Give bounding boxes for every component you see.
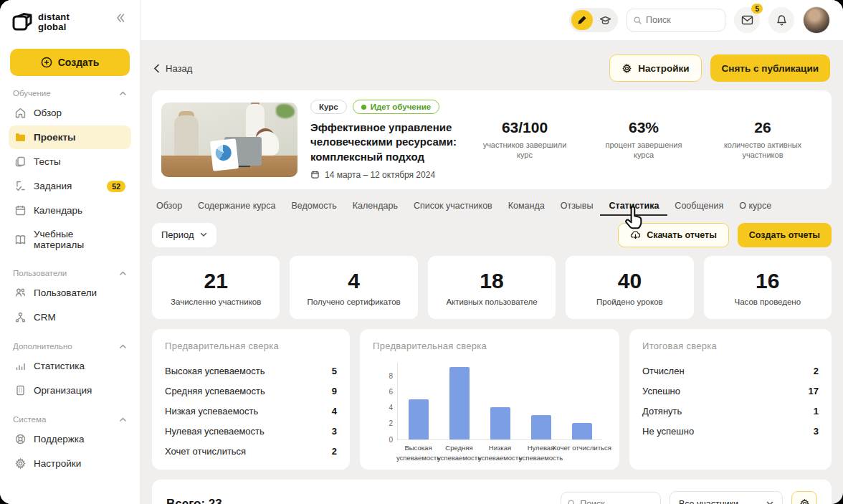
- chart-title: Предварительная сверка: [373, 341, 606, 351]
- sidebar-item-label: Пользователи: [34, 287, 97, 298]
- sidebar-item-label: Учебные материалы: [34, 229, 125, 250]
- tab-reviews[interactable]: Отзывы: [561, 201, 594, 216]
- graduation-cap-icon: [599, 15, 611, 26]
- edit-mode-button[interactable]: [571, 10, 593, 30]
- sidebar-item-label: Поддержка: [34, 434, 84, 444]
- bar: [449, 367, 470, 439]
- global-search[interactable]: [627, 9, 725, 32]
- pre-check-panel: Предварительная сверка Высокая успеваемо…: [152, 329, 350, 470]
- create-button[interactable]: Создать: [10, 49, 130, 76]
- sidebar-item-assignments[interactable]: Задания 52: [9, 174, 131, 198]
- tests-icon: [14, 156, 27, 168]
- course-status-badge: Идет обучение: [353, 100, 440, 114]
- period-dropdown[interactable]: Период: [152, 223, 216, 247]
- bar: [572, 423, 592, 439]
- sidebar-item-label: Задания: [34, 181, 72, 191]
- support-icon: [14, 433, 27, 445]
- course-type-badge: Курс: [310, 100, 347, 114]
- messages-button[interactable]: 5: [734, 7, 760, 33]
- sidebar-item-crm[interactable]: CRM: [9, 305, 131, 329]
- sidebar-item-tests[interactable]: Тесты: [9, 150, 131, 173]
- tab-team[interactable]: Команда: [508, 201, 545, 216]
- stat-card-active-users: 18Активных пользователе: [428, 256, 556, 319]
- folder-icon: [14, 131, 27, 143]
- sidebar-item-projects[interactable]: Проекты: [9, 125, 131, 149]
- download-reports-button[interactable]: Скачать отчеты: [618, 223, 729, 247]
- sidebar-item-label: Календарь: [34, 205, 82, 216]
- participants-filter-dropdown[interactable]: Все участники: [670, 491, 783, 504]
- brand-name: distantglobal: [38, 12, 70, 32]
- user-avatar[interactable]: [803, 6, 830, 34]
- participants-total: Всего: 23: [166, 497, 561, 504]
- course-stat-percent: 63% процент завершения курса: [596, 119, 691, 161]
- network-icon: [14, 311, 27, 323]
- sidebar-item-support[interactable]: Поддержка: [9, 427, 131, 451]
- sidebar-section-users: Пользователи Пользователи CRM: [9, 265, 131, 329]
- sidebar-section-system: Система Поддержка Настройки: [9, 411, 131, 475]
- home-icon: [14, 107, 27, 119]
- stat-card-lessons: 40Пройдено уроков: [566, 256, 693, 319]
- stat-card-enrolled: 21Зачисленно участников: [152, 256, 280, 319]
- tab-overview[interactable]: Обзор: [156, 201, 182, 216]
- course-stat-completed: 63/100 участников завершили курс: [477, 119, 572, 161]
- list-item: Высокая успеваемость5: [165, 361, 337, 381]
- sidebar-item-overview[interactable]: Обзор: [9, 101, 131, 125]
- sidebar-item-label: CRM: [34, 312, 56, 323]
- tab-participants[interactable]: Список участников: [414, 201, 492, 216]
- gear-icon: [14, 457, 27, 470]
- assignment-check-icon: [14, 180, 27, 192]
- notifications-button[interactable]: [768, 7, 794, 33]
- tab-statistics[interactable]: Статистика: [609, 201, 659, 216]
- participants-search-input[interactable]: [580, 499, 654, 504]
- tab-about[interactable]: О курсе: [739, 201, 771, 216]
- list-item: Дотянуть1: [642, 401, 819, 422]
- panel-title: Предварительная сверка: [165, 341, 337, 351]
- tab-gradebook[interactable]: Ведомость: [292, 201, 337, 216]
- search-icon: [634, 16, 642, 25]
- section-title: Дополнительно: [13, 342, 72, 351]
- sidebar-item-label: Настройки: [34, 458, 81, 469]
- list-item: Успешно17: [642, 381, 819, 401]
- users-icon: [14, 287, 27, 299]
- create-reports-button[interactable]: Создать отчеты: [738, 223, 832, 247]
- unpublish-button[interactable]: Снять с публикации: [710, 54, 830, 82]
- topbar: 5: [140, 0, 843, 40]
- sidebar-item-label: Тесты: [34, 156, 61, 167]
- course-card: Курс Идет обучение Эффективное управлени…: [152, 90, 832, 189]
- bar: [409, 399, 429, 439]
- chevron-up-icon[interactable]: [119, 416, 127, 424]
- bar: [490, 407, 510, 439]
- student-mode-button[interactable]: [594, 10, 616, 30]
- x-axis-label: Хочет отчислиться: [551, 443, 613, 453]
- chevron-up-icon[interactable]: [119, 270, 127, 277]
- course-settings-button[interactable]: Настройки: [609, 54, 701, 82]
- tab-course-content[interactable]: Содержание курса: [198, 201, 275, 216]
- sidebar-item-organization[interactable]: Организация: [9, 379, 131, 402]
- chevron-up-icon[interactable]: [119, 90, 127, 98]
- sidebar-item-settings[interactable]: Настройки: [9, 452, 131, 475]
- table-settings-button[interactable]: [791, 491, 817, 504]
- chevron-down-icon: [200, 232, 207, 237]
- tab-messages[interactable]: Сообщения: [675, 201, 723, 216]
- tab-calendar[interactable]: Календарь: [353, 201, 398, 216]
- final-check-panel: Итоговая сверка Отчислен2 Успешно17 Дотя…: [629, 329, 832, 470]
- participants-search[interactable]: [561, 492, 661, 504]
- back-button[interactable]: Назад: [153, 63, 192, 74]
- sidebar-item-label: Статистика: [34, 361, 85, 371]
- list-item: Отчислен2: [642, 361, 819, 381]
- sidebar-item-statistics[interactable]: Статистика: [9, 354, 131, 378]
- sidebar-collapse-icon[interactable]: [113, 11, 128, 24]
- search-input[interactable]: [646, 15, 718, 25]
- chevron-up-icon[interactable]: [119, 343, 127, 351]
- messages-count-badge: 5: [751, 4, 763, 14]
- bar: [531, 415, 551, 439]
- sidebar-item-label: Организация: [34, 385, 92, 396]
- y-axis-tick: 6: [389, 387, 393, 395]
- section-title: Система: [13, 415, 46, 424]
- sidebar-item-users[interactable]: Пользователи: [9, 281, 131, 305]
- sidebar-item-calendar[interactable]: Календарь: [9, 199, 131, 222]
- pre-check-chart-panel: Предварительная сверка 02468Высокая успе…: [360, 329, 619, 470]
- brand-logo[interactable]: distantglobal: [11, 11, 70, 33]
- sidebar-item-materials[interactable]: Учебные материалы: [9, 223, 131, 256]
- stat-card-certificates: 4Получено сертификатов: [290, 256, 417, 319]
